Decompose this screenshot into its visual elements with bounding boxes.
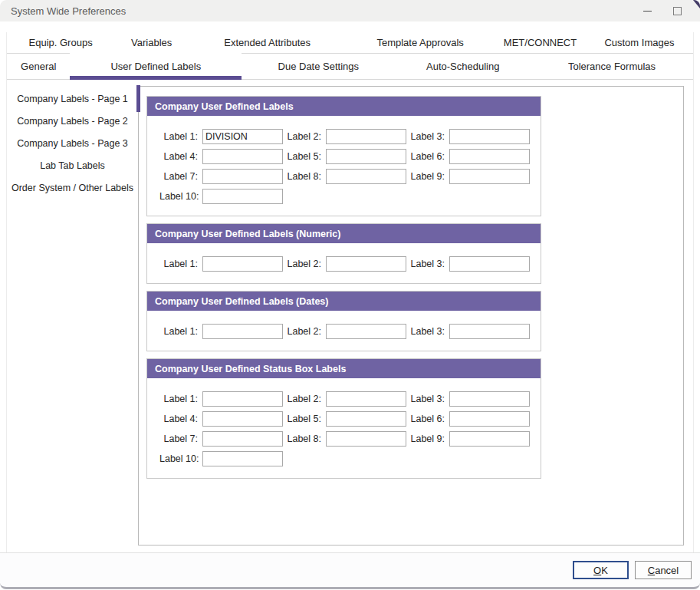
tab-general[interactable]: General [7,54,70,79]
sidebar-item-lab-tab-labels[interactable]: Lab Tab Labels [7,154,138,176]
sidebar-item-company-labels-page-1[interactable]: Company Labels - Page 1 [7,87,138,110]
sidebar: Company Labels - Page 1Company Labels - … [7,80,138,552]
tab-template-approvals[interactable]: Template Approvals [346,32,495,53]
tab-met-connect[interactable]: MET/CONNECT [495,32,586,53]
system-wide-preferences-window: System Wide Preferences Equip. GroupsVar… [0,0,700,590]
field-label: Label 7: [159,433,198,444]
cancel-button[interactable]: Cancel [635,561,692,579]
label-3-input[interactable] [449,324,530,339]
field-label-10: Label 10: [159,451,283,466]
tab-row-separator-gap [70,52,242,54]
label-6-input[interactable] [449,411,530,427]
label-9-input[interactable] [449,431,530,447]
tab-user-defined-labels[interactable]: User Defined Labels [70,54,242,79]
titlebar: System Wide Preferences [0,0,700,21]
field-label: Label 2: [283,326,321,337]
field-label: Label 8: [283,433,321,444]
tab-custom-images[interactable]: Custom Images [586,32,693,53]
label-2-input[interactable] [326,391,406,407]
label-4-input[interactable] [202,411,283,427]
field-label-1: Label 1: [159,324,283,339]
label-10-input[interactable] [202,451,283,466]
maximize-icon[interactable] [673,7,682,15]
field-label: Label 4: [159,414,198,424]
label-6-input[interactable] [449,149,530,164]
label-10-input[interactable] [202,189,283,204]
section-header: Company User Defined Labels (Dates) [147,292,541,311]
label-1-input[interactable] [202,391,283,407]
tabs-row-1: Equip. GroupsVariablesExtended Attribute… [7,32,693,54]
field-label: Label 8: [283,171,321,182]
field-label: Label 4: [159,151,198,162]
tab-auto-scheduling[interactable]: Auto-Scheduling [395,54,531,79]
label-8-input[interactable] [326,431,406,447]
label-2-input[interactable] [326,256,406,272]
field-label: Label 10: [159,453,198,464]
field-label: Label 3: [406,326,445,337]
ok-button[interactable]: OK [573,561,629,579]
section-company-user-defined-labels-numeric: Company User Defined Labels (Numeric)Lab… [146,223,541,284]
section-company-user-defined-labels: Company User Defined LabelsLabel 1:Label… [146,96,541,216]
field-label: Label 6: [406,151,445,162]
field-label-3: Label 3: [406,129,530,144]
field-label-8: Label 8: [283,169,406,184]
field-label: Label 10: [159,191,198,202]
section-company-user-defined-labels-dates: Company User Defined Labels (Dates)Label… [146,291,541,351]
label-5-input[interactable] [326,149,406,164]
label-2-input[interactable] [326,129,406,144]
label-3-input[interactable] [449,391,530,407]
field-label-3: Label 3: [406,324,530,339]
field-label: Label 6: [406,414,445,424]
field-label-6: Label 6: [406,149,530,164]
label-8-input[interactable] [326,169,406,184]
field-label-3: Label 3: [406,391,530,407]
window-title: System Wide Preferences [0,5,126,17]
sidebar-item-company-labels-page-3[interactable]: Company Labels - Page 3 [7,132,138,154]
field-label-2: Label 2: [283,391,406,407]
footer-button-bar: OK Cancel [0,552,700,589]
sidebar-item-order-system-other-labels[interactable]: Order System / Other Labels [7,176,138,199]
field-label-1: Label 1: [159,391,283,407]
field-label-9: Label 9: [406,169,530,184]
tabs-row-2: GeneralUser Defined LabelsDue Date Setti… [7,54,693,80]
sidebar-item-company-labels-page-2[interactable]: Company Labels - Page 2 [7,110,138,132]
field-label: Label 2: [283,131,321,142]
tab-variables[interactable]: Variables [114,32,189,53]
field-label: Label 3: [406,394,445,404]
label-7-input[interactable] [202,169,283,184]
field-label-8: Label 8: [283,431,406,447]
tab-tolerance-formulas[interactable]: Tolerance Formulas [531,54,693,79]
field-label-1: Label 1: [159,256,283,272]
label-4-input[interactable] [202,149,283,164]
tab-extended-attributes[interactable]: Extended Attributes [189,32,346,53]
field-label: Label 2: [283,259,321,269]
minimize-icon[interactable] [643,11,652,12]
field-label: Label 1: [159,326,198,337]
label-1-input[interactable] [202,256,283,272]
tab-page: Equip. GroupsVariablesExtended Attribute… [6,32,694,552]
field-label-6: Label 6: [406,411,530,427]
window-controls [643,7,682,15]
label-7-input[interactable] [202,431,283,447]
field-label: Label 9: [406,433,445,444]
tab-equip-groups[interactable]: Equip. Groups [7,32,114,53]
field-label-1: Label 1: [159,129,283,144]
field-label: Label 5: [283,151,321,162]
label-2-input[interactable] [326,324,406,339]
field-label-9: Label 9: [406,431,530,447]
tab-due-date-settings[interactable]: Due Date Settings [242,54,395,79]
label-3-input[interactable] [449,129,530,144]
section-header: Company User Defined Labels (Numeric) [147,224,541,243]
label-1-input[interactable] [202,129,283,144]
label-1-input[interactable] [202,324,283,339]
field-label-4: Label 4: [159,411,283,427]
field-label-5: Label 5: [283,149,406,164]
field-label-7: Label 7: [159,431,283,447]
field-label: Label 1: [159,394,198,404]
main-panel: Company User Defined LabelsLabel 1:Label… [138,86,684,546]
section-company-user-defined-status-box-labels: Company User Defined Status Box LabelsLa… [146,358,541,479]
label-9-input[interactable] [449,169,530,184]
label-5-input[interactable] [326,411,406,427]
label-3-input[interactable] [449,256,530,272]
field-label-10: Label 10: [159,189,283,204]
